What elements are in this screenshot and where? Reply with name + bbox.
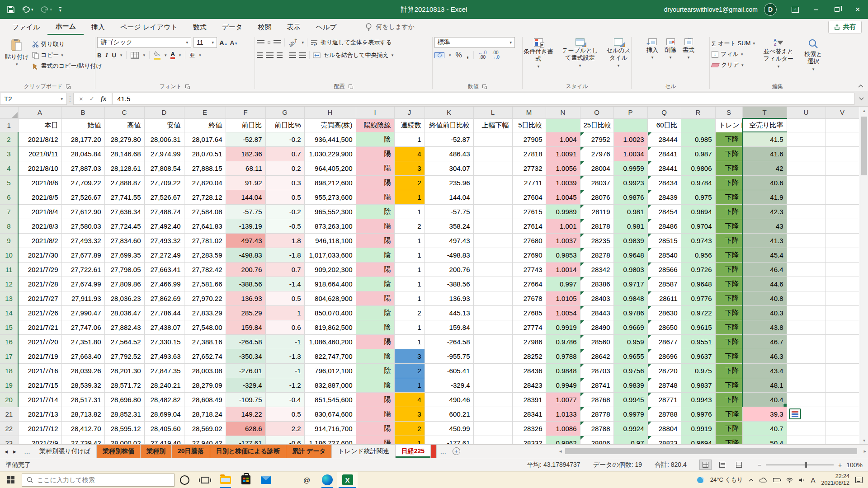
cell-P2[interactable]: 1.0023: [613, 132, 647, 146]
conditional-formatting-button[interactable]: 条件付き書式 ▾: [519, 37, 558, 82]
cell-A23[interactable]: 2021/7/9: [18, 436, 61, 444]
cell-U21[interactable]: [787, 407, 826, 421]
cell-J16[interactable]: 1: [394, 334, 425, 349]
cell-C19[interactable]: 28,571.72: [104, 378, 144, 392]
cell-A8[interactable]: 2021/8/3: [18, 219, 61, 233]
cell-K1[interactable]: 終値前日比較: [425, 118, 473, 132]
cell-D16[interactable]: 27,330.15: [144, 334, 184, 349]
horizontal-scroll-thumb[interactable]: [565, 448, 857, 454]
cell-Q16[interactable]: 28677: [647, 334, 681, 349]
cell-O8[interactable]: 28178: [580, 219, 613, 233]
cell-L4[interactable]: [473, 161, 512, 175]
cell-N9[interactable]: 1.0037: [546, 233, 580, 248]
cell-B21[interactable]: 28,713.82: [61, 407, 104, 421]
cell-U15[interactable]: [787, 320, 826, 334]
cell-styles-button[interactable]: セルのスタイル ▾: [602, 37, 635, 82]
cell-N23[interactable]: 0.9862: [546, 436, 580, 444]
sheet-tab-トレンド統計関連[interactable]: トレンド統計関連: [332, 445, 395, 458]
vertical-scrollbar[interactable]: ▴ ▾: [860, 107, 868, 444]
cell-J18[interactable]: 2: [394, 363, 425, 378]
cell-C22[interactable]: 28,595.12: [104, 421, 144, 436]
cell-L13[interactable]: [473, 291, 512, 305]
cell-P11[interactable]: 0.9803: [613, 262, 647, 277]
cell-N19[interactable]: 0.9949: [546, 378, 580, 392]
close-button[interactable]: ×: [847, 0, 868, 19]
cut-button[interactable]: 切り取り: [32, 39, 102, 50]
cell-N14[interactable]: 1.0054: [546, 305, 580, 320]
cell-Q3[interactable]: 28441: [647, 146, 681, 161]
sheet-tab-日経225[interactable]: 日経225: [396, 445, 431, 458]
cell-P15[interactable]: 0.9669: [613, 320, 647, 334]
insert-cells-button[interactable]: ← 挿入 ▾: [643, 37, 661, 82]
autosum-button[interactable]: Σ オート SUM▾: [712, 38, 755, 49]
restore-button[interactable]: [826, 0, 847, 19]
cell-E11[interactable]: 27,782.42: [184, 262, 226, 277]
sheet-tab-20日騰落[interactable]: 20日騰落: [172, 445, 210, 458]
cell-K22[interactable]: 450.99: [425, 421, 473, 436]
cell-A13[interactable]: 2021/7/27: [18, 291, 61, 305]
cell-N20[interactable]: 1.0077: [546, 392, 580, 407]
cell-O16[interactable]: 28560: [580, 334, 613, 349]
column-header-M[interactable]: M: [512, 107, 546, 118]
cell-S4[interactable]: 下降: [715, 161, 742, 175]
name-box[interactable]: T2▾: [0, 93, 67, 105]
cell-L11[interactable]: [473, 262, 512, 277]
cell-N15[interactable]: 0.9919: [546, 320, 580, 334]
cell-U16[interactable]: [787, 334, 826, 349]
cell-N21[interactable]: 1.0133: [546, 407, 580, 421]
accounting-format-icon[interactable]: [434, 52, 444, 58]
column-header-K[interactable]: K: [425, 107, 473, 118]
cell-F23[interactable]: -177.61: [226, 436, 265, 444]
cell-M12[interactable]: 27664: [512, 277, 546, 291]
vertical-scroll-thumb[interactable]: [861, 117, 867, 175]
cell-K19[interactable]: -329.4: [425, 378, 473, 392]
save-icon[interactable]: [7, 6, 14, 13]
cell-Q2[interactable]: 28444: [647, 132, 681, 146]
cell-I16[interactable]: 陽: [356, 334, 394, 349]
cell-I20[interactable]: 陽: [356, 392, 394, 407]
cell-H20[interactable]: 851,545,600: [304, 392, 356, 407]
sheet-tab-業種別[interactable]: 業種別: [141, 445, 172, 458]
taskbar-search-input[interactable]: [37, 476, 170, 483]
cell-R1[interactable]: [681, 118, 715, 132]
cell-A15[interactable]: 2021/7/21: [18, 320, 61, 334]
scroll-down-icon[interactable]: ▾: [860, 438, 868, 443]
cell-C20[interactable]: 28,696.80: [104, 392, 144, 407]
cell-Q20[interactable]: 28771: [647, 392, 681, 407]
ime-indicator[interactable]: A: [811, 476, 815, 484]
cell-H3[interactable]: 1,030,229,900: [304, 146, 356, 161]
cell-P18[interactable]: 0.9756: [613, 363, 647, 378]
cell-D18[interactable]: 27,847.35: [144, 363, 184, 378]
cell-K4[interactable]: 304.07: [425, 161, 473, 175]
cell-P14[interactable]: 0.9786: [613, 305, 647, 320]
cell-V22[interactable]: [826, 421, 859, 436]
cell-A21[interactable]: 2021/7/13: [18, 407, 61, 421]
confirm-entry-icon[interactable]: ✓: [90, 95, 94, 102]
cell-H10[interactable]: 1,017,033,600: [304, 248, 356, 262]
cell-Q6[interactable]: 28439: [647, 190, 681, 204]
cell-E15[interactable]: 27,548.00: [184, 320, 226, 334]
cell-F11[interactable]: 200.76: [226, 262, 265, 277]
cell-S8[interactable]: 下降: [715, 219, 742, 233]
cell-T5[interactable]: 40.6: [742, 175, 787, 190]
cell-J23[interactable]: 1: [394, 436, 425, 444]
cell-K6[interactable]: 144.04: [425, 190, 473, 204]
cell-D14[interactable]: 27,786.44: [144, 305, 184, 320]
cell-E21[interactable]: 28,718.24: [184, 407, 226, 421]
underline-dropdown-icon[interactable]: ▾: [120, 53, 123, 57]
select-all-corner[interactable]: [0, 107, 18, 118]
clear-button[interactable]: クリア▾: [712, 60, 755, 70]
cell-E19[interactable]: 28,279.09: [184, 378, 226, 392]
cell-L14[interactable]: [473, 305, 512, 320]
column-header-N[interactable]: N: [546, 107, 580, 118]
cell-K8[interactable]: 358.24: [425, 219, 473, 233]
column-header-S[interactable]: S: [715, 107, 742, 118]
column-header-U[interactable]: U: [787, 107, 826, 118]
cell-N2[interactable]: 1.004: [546, 132, 580, 146]
cell-N4[interactable]: 1.0056: [546, 161, 580, 175]
fill-button[interactable]: ↓ フィル▾: [712, 49, 755, 60]
cell-G17[interactable]: -1.3: [265, 349, 304, 363]
cell-J5[interactable]: 2: [394, 175, 425, 190]
status-average[interactable]: 平均: 43.17894737: [527, 461, 580, 469]
cell-C23[interactable]: 28,000.02: [104, 436, 144, 444]
